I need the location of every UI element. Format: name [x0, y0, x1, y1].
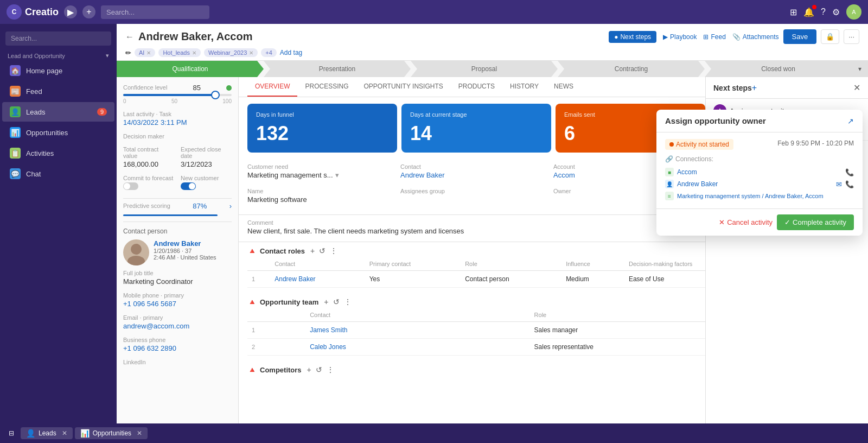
taskbar-leads-close[interactable]: ✕: [62, 429, 67, 437]
back-button[interactable]: ←: [125, 32, 134, 42]
next-steps-button[interactable]: ● Next steps: [609, 31, 656, 43]
contact-roles-add[interactable]: +: [310, 246, 315, 255]
more-button[interactable]: ···: [844, 29, 859, 44]
save-button[interactable]: Save: [783, 29, 817, 44]
predictive-scoring[interactable]: Predictive scoring 87% ›: [123, 198, 232, 213]
nav-play-button[interactable]: ▶: [64, 5, 77, 18]
taskbar-opportunities-close[interactable]: ✕: [137, 429, 142, 437]
commit-group: Commit to forecast: [123, 175, 174, 192]
sidebar-search-input[interactable]: [5, 31, 111, 46]
cancel-activity-button[interactable]: ✕ Cancel activity: [719, 214, 773, 230]
confidence-group: Confidence level 85 0 50 100: [123, 84, 232, 104]
customer-need-dropdown-icon[interactable]: ▾: [335, 171, 339, 179]
last-activity-date[interactable]: 14/03/2022: [123, 118, 158, 126]
stage-presentation[interactable]: Presentation: [264, 61, 411, 77]
competitors-add[interactable]: +: [307, 365, 311, 374]
next-steps-panel-header: Next steps + ✕: [706, 77, 868, 99]
row-contact[interactable]: Caleb Jones: [305, 339, 529, 356]
taskbar-leads-label: Leads: [39, 429, 56, 437]
predictive-chevron: ›: [229, 202, 232, 210]
taskbar-opportunities-label: Opportunities: [93, 429, 131, 437]
connection-accom[interactable]: ■ Accom 📞: [665, 166, 854, 178]
business-phone-group: Business phone +1 096 632 2890: [123, 337, 232, 352]
sidebar-item-feed[interactable]: 📰 Feed: [2, 81, 114, 101]
sidebar-item-label: Chat: [26, 170, 41, 178]
col-num: [247, 308, 305, 322]
nav-search-input[interactable]: [101, 5, 209, 19]
tab-insights[interactable]: OPPORTUNITY INSIGHTS: [356, 77, 450, 97]
tab-processing[interactable]: PROCESSING: [297, 77, 356, 97]
contact-value[interactable]: Andrew Baker: [400, 171, 553, 179]
opp-team-add[interactable]: +: [324, 298, 328, 306]
last-activity-time[interactable]: 3:11 PM: [161, 118, 187, 126]
help-icon[interactable]: ?: [821, 7, 826, 17]
stage-closed-won[interactable]: Closed won: [705, 61, 852, 77]
edit-icon[interactable]: ✏: [125, 49, 131, 57]
andrew-phone[interactable]: 📞: [845, 180, 854, 188]
tag-hot-leads-remove[interactable]: ✕: [192, 50, 196, 56]
lock-button[interactable]: 🔒: [821, 29, 839, 44]
competitors-refresh[interactable]: ↺: [316, 365, 322, 374]
nav-add-button[interactable]: +: [82, 5, 95, 18]
tab-products[interactable]: PRODUCTS: [451, 77, 502, 97]
commit-toggle[interactable]: [123, 182, 138, 190]
tab-history[interactable]: HISTORY: [502, 77, 546, 97]
stage-contracting[interactable]: Contracting: [558, 61, 705, 77]
tab-news[interactable]: NEWS: [546, 77, 581, 97]
confidence-value: 85: [193, 84, 200, 92]
contact-roles-more[interactable]: ⋮: [330, 246, 337, 255]
stage-dropdown[interactable]: ▾: [852, 61, 868, 77]
bell-icon[interactable]: 🔔: [803, 7, 814, 17]
sidebar-item-opportunities[interactable]: 📊 Opportunities: [2, 123, 114, 142]
next-steps-close-button[interactable]: ✕: [853, 83, 860, 93]
tag-ai-remove[interactable]: ✕: [146, 50, 151, 56]
row-contact[interactable]: James Smith: [305, 322, 529, 339]
contact-name[interactable]: Andrew Baker: [154, 239, 216, 248]
opp-team-more[interactable]: ⋮: [344, 298, 352, 306]
accom-phone[interactable]: 📞: [845, 168, 854, 176]
stage-proposal[interactable]: Proposal: [411, 61, 558, 77]
sidebar-item-chat[interactable]: 💬 Chat: [2, 164, 114, 183]
mobile-value[interactable]: +1 096 546 5687: [123, 300, 232, 308]
tag-webinar-remove[interactable]: ✕: [249, 50, 253, 56]
sidebar-item-home[interactable]: 🏠 Home page: [2, 61, 114, 80]
kpi-days-stage-value: 14: [410, 122, 542, 145]
sidebar-item-leads[interactable]: 👤 Leads 9: [2, 102, 114, 122]
business-phone-value[interactable]: +1 096 632 2890: [123, 344, 232, 352]
contact-roles-refresh[interactable]: ↺: [319, 246, 326, 255]
contact-dob: 1/20/1986 · 37: [154, 248, 216, 254]
email-value[interactable]: andrew@accom.com: [123, 322, 232, 330]
connection-andrew[interactable]: 👤 Andrew Baker ✉ 📞: [665, 178, 854, 190]
taskbar-leads[interactable]: 👤 Leads ✕: [21, 427, 73, 439]
complete-activity-button[interactable]: ✓ Complete activity: [777, 214, 854, 230]
sidebar-section-lead[interactable]: Lead and Opportunity ▾: [0, 49, 117, 60]
email-group: Email · primary andrew@accom.com: [123, 314, 232, 330]
stage-qualification[interactable]: Qualification: [117, 61, 264, 77]
add-tag-button[interactable]: Add tag: [280, 49, 302, 56]
attachments-button[interactable]: 📎 Attachments: [732, 33, 779, 41]
feed-button[interactable]: ⊞ Feed: [703, 33, 725, 41]
row-contact[interactable]: Andrew Baker: [270, 271, 365, 288]
next-steps-add-button[interactable]: +: [752, 83, 757, 93]
settings-icon[interactable]: ⚙: [832, 7, 840, 17]
taskbar-toggle[interactable]: ⊟: [4, 427, 18, 439]
andrew-email[interactable]: ✉: [836, 180, 842, 188]
confidence-slider[interactable]: [123, 94, 232, 96]
conn-andrew-actions: ✉ 📞: [836, 180, 854, 188]
detail-customer-need: Customer need Marketing management s... …: [247, 159, 400, 183]
grid-icon[interactable]: ⊞: [790, 7, 797, 17]
competitors-more[interactable]: ⋮: [327, 365, 334, 374]
app-name: Creatio: [25, 7, 59, 18]
sidebar-item-activities[interactable]: 📋 Activities: [2, 143, 114, 163]
taskbar: ⊟ 👤 Leads ✕ 📊 Opportunities ✕: [0, 423, 868, 443]
opp-team-refresh[interactable]: ↺: [333, 298, 340, 306]
assign-popup-external-link[interactable]: ↗: [847, 117, 854, 125]
tab-overview[interactable]: OVERVIEW: [247, 77, 297, 97]
tag-more[interactable]: +4: [261, 48, 277, 57]
playbook-button[interactable]: ▶ Playbook: [663, 33, 697, 41]
new-customer-toggle[interactable]: [181, 182, 196, 190]
user-avatar[interactable]: A: [846, 4, 861, 20]
connection-marketing[interactable]: ≡ Marketing management system / Andrew B…: [665, 190, 854, 202]
taskbar-opportunities[interactable]: 📊 Opportunities ✕: [75, 427, 148, 439]
competitors-title: Competitors: [260, 366, 302, 374]
